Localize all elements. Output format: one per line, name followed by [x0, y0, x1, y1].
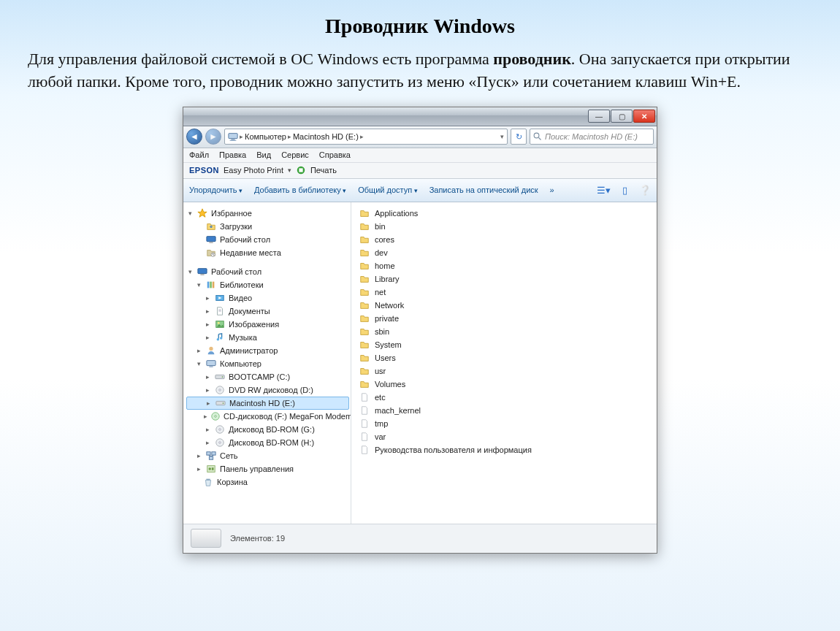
expander-icon[interactable]: ▾ [186, 210, 194, 217]
list-item-label: Applications [375, 209, 418, 218]
tree-video[interactable]: ▸ Видео [186, 291, 349, 305]
list-item[interactable]: tmp [359, 417, 649, 430]
tree-admin[interactable]: ▸ Администратор [186, 344, 349, 357]
folder-icon [359, 234, 370, 245]
expander-icon[interactable]: ▸ [204, 386, 211, 394]
tree-downloads[interactable]: Загрузки [186, 220, 349, 233]
tree-macintosh-hd[interactable]: ▸ Macintosh HD (E:) [186, 397, 349, 410]
search-input[interactable]: Поиск: Macintosh HD (E:) [530, 129, 654, 145]
tree-pictures[interactable]: ▸ Изображения [186, 318, 349, 331]
view-options-icon[interactable]: ☰▾ [597, 185, 611, 196]
breadcrumb-seg-0[interactable]: Компьютер [245, 132, 286, 141]
expander-icon[interactable]: ▸ [204, 373, 211, 380]
organize-button[interactable]: Упорядочить [189, 186, 243, 194]
tree-dvd[interactable]: ▸ DVD RW дисковод (D:) [186, 383, 349, 397]
expander-icon[interactable]: ▸ [204, 307, 211, 315]
tree-desktop-fav[interactable]: Рабочий стол [186, 233, 349, 246]
tree-item-label: Музыка [229, 333, 257, 342]
epson-easy-photo[interactable]: Easy Photo Print [224, 166, 283, 175]
file-icon [359, 444, 370, 456]
tree-item-label: Сеть [220, 451, 237, 460]
tree-libraries[interactable]: ▾ Библиотеки [186, 278, 349, 291]
epson-print[interactable]: Печать [310, 166, 337, 175]
list-item[interactable]: net [359, 286, 649, 299]
breadcrumb-seg-1[interactable]: Macintosh HD (E:) [293, 132, 359, 141]
tree-desktop-root[interactable]: ▾ Рабочий стол [186, 265, 349, 278]
expander-icon[interactable]: ▾ [195, 281, 202, 288]
share-button[interactable]: Общий доступ [358, 186, 417, 194]
list-item[interactable]: usr [359, 364, 649, 378]
forward-button[interactable]: ► [205, 129, 221, 145]
minimize-button[interactable]: — [588, 110, 610, 123]
list-item[interactable]: Applications [359, 207, 649, 220]
tree-item-label: Администратор [220, 346, 278, 355]
list-item[interactable]: Users [359, 351, 649, 364]
list-item[interactable]: Руководства пользователя и информация [359, 443, 649, 456]
expander-icon[interactable]: ▾ [195, 360, 202, 367]
tree-bd-h[interactable]: ▸ Дисковод BD-ROM (H:) [186, 436, 349, 449]
close-button[interactable]: ✕ [633, 110, 655, 123]
expander-icon[interactable]: ▸ [205, 399, 212, 407]
tree-favorites[interactable]: ▾ Избранное [186, 207, 349, 220]
desktop-icon [196, 266, 208, 278]
expander-icon[interactable]: ▸ [195, 452, 202, 459]
tree-control-panel[interactable]: ▸ Панель управления [186, 462, 349, 475]
desktop-icon [205, 234, 217, 245]
expander-icon[interactable]: ▸ [195, 347, 202, 354]
list-item[interactable]: System [359, 338, 649, 351]
add-to-library-button[interactable]: Добавить в библиотеку [254, 186, 346, 194]
disc-icon [214, 424, 226, 435]
expander-icon[interactable]: ▸ [204, 334, 211, 341]
maximize-button[interactable]: ▢ [611, 110, 633, 123]
epson-logo: EPSON [189, 166, 219, 175]
tree-computer[interactable]: ▾ Компьютер [186, 357, 349, 370]
preview-pane-icon[interactable]: ▯ [622, 185, 627, 196]
tree-bd-g[interactable]: ▸ Дисковод BD-ROM (G:) [186, 423, 349, 436]
tree-recent[interactable]: Недавние места [186, 246, 349, 259]
menu-view[interactable]: Вид [256, 150, 271, 159]
tree-music[interactable]: ▸ Музыка [186, 331, 349, 344]
navigation-tree[interactable]: ▾ Избранное Загрузки Рабочий стол [183, 202, 351, 524]
list-item[interactable]: Network [359, 299, 649, 312]
expander-icon[interactable]: ▸ [204, 413, 207, 420]
expander-icon[interactable]: ▸ [204, 321, 211, 328]
list-item[interactable]: private [359, 312, 649, 325]
tree-cd-megafon[interactable]: ▸ CD-дисковод (F:) MegaFon Modem [186, 410, 349, 423]
expander-icon[interactable]: ▸ [204, 294, 211, 302]
list-item[interactable]: sbin [359, 325, 649, 338]
svg-marker-7 [198, 208, 207, 216]
list-item[interactable]: Volumes [359, 378, 649, 391]
music-icon [214, 332, 226, 343]
list-item[interactable]: dev [359, 246, 649, 259]
tree-recycle[interactable]: Корзина [186, 475, 349, 489]
expander-icon[interactable]: ▸ [204, 426, 211, 433]
epson-dropdown-icon[interactable]: ▾ [288, 167, 291, 174]
refresh-button[interactable]: ↻ [511, 129, 527, 145]
help-icon[interactable]: ❔ [639, 185, 651, 196]
menu-file[interactable]: Файл [189, 150, 209, 159]
list-item[interactable]: cores [359, 233, 649, 246]
menu-tools[interactable]: Сервис [281, 150, 309, 159]
breadcrumb[interactable]: ▸ Компьютер ▸ Macintosh HD (E:) ▸ ▾ [224, 129, 508, 145]
back-button[interactable]: ◄ [186, 129, 202, 145]
list-item[interactable]: home [359, 259, 649, 272]
list-item[interactable]: etc [359, 391, 649, 404]
menu-edit[interactable]: Правка [219, 150, 246, 159]
burn-button[interactable]: Записать на оптический диск [429, 186, 538, 194]
menu-help[interactable]: Справка [319, 150, 351, 159]
list-item[interactable]: var [359, 430, 649, 443]
tree-item-label: Библиотеки [220, 280, 264, 289]
tree-documents[interactable]: ▸ Документы [186, 305, 349, 318]
tree-bootcamp[interactable]: ▸ BOOTCAMP (C:) [186, 370, 349, 383]
expander-icon[interactable]: ▸ [204, 439, 211, 446]
list-item[interactable]: bin [359, 220, 649, 233]
list-item[interactable]: mach_kernel [359, 404, 649, 417]
list-item[interactable]: Library [359, 272, 649, 286]
tree-network[interactable]: ▸ Сеть [186, 449, 349, 462]
more-button[interactable]: » [550, 186, 554, 194]
expander-icon[interactable]: ▾ [186, 268, 194, 275]
breadcrumb-dropdown-icon[interactable]: ▾ [500, 133, 504, 140]
file-list[interactable]: ApplicationsbincoresdevhomeLibrarynetNet… [351, 202, 657, 524]
svg-rect-14 [210, 281, 212, 288]
expander-icon[interactable]: ▸ [195, 465, 202, 473]
